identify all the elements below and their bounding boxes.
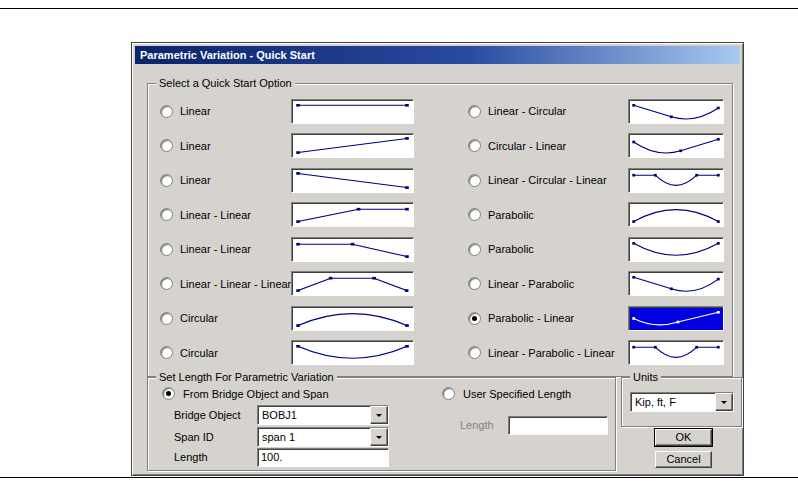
quick-start-option: Circular - Linear [468, 129, 724, 164]
option-label: Linear - Circular - Linear [488, 174, 607, 186]
quick-start-option: Circular [160, 301, 414, 336]
option-label: Linear - Linear [180, 209, 251, 221]
span-id-value: span 1 [258, 431, 370, 443]
quick-start-option: Linear - Linear - Linear [160, 267, 414, 302]
ok-button[interactable]: OK [655, 429, 712, 446]
from-bridge-radio[interactable] [162, 387, 175, 400]
quick-start-option: Linear - Linear [160, 198, 414, 233]
option-label: Linear - Circular [488, 105, 566, 117]
curve-preview-thumbnail[interactable] [628, 237, 724, 262]
option-radio[interactable] [468, 174, 481, 187]
quick-start-option: Linear - Parabolic [468, 267, 724, 302]
option-radio[interactable] [468, 312, 481, 325]
option-radio[interactable] [468, 277, 481, 290]
quick-start-right-column: Linear - CircularCircular - LinearLinear… [468, 94, 724, 370]
span-id-label: Span ID [174, 431, 214, 443]
option-label: Circular [180, 347, 218, 359]
from-bridge-radio-label: From Bridge Object and Span [183, 388, 329, 400]
chevron-down-icon[interactable] [370, 406, 388, 424]
option-label: Linear [180, 105, 211, 117]
quick-start-group-label: Select a Quick Start Option [156, 77, 295, 89]
units-group-label: Units [630, 371, 661, 383]
quick-start-option: Linear - Circular [468, 94, 724, 129]
option-label: Parabolic [488, 243, 534, 255]
option-radio[interactable] [160, 208, 173, 221]
quick-start-option: Linear - Parabolic - Linear [468, 336, 724, 371]
quick-start-option: Linear - Circular - Linear [468, 163, 724, 198]
units-value: Kip, ft, F [631, 396, 715, 408]
quick-start-option: Linear [160, 94, 414, 129]
curve-preview-thumbnail[interactable] [291, 168, 414, 193]
option-label: Linear [180, 174, 211, 186]
curve-preview-thumbnail[interactable] [291, 133, 414, 158]
option-label: Linear - Parabolic [488, 278, 574, 290]
quick-start-option: Parabolic [468, 198, 724, 233]
window-titlebar[interactable]: Parametric Variation - Quick Start [135, 46, 740, 64]
option-radio[interactable] [160, 174, 173, 187]
curve-preview-thumbnail[interactable] [291, 340, 414, 365]
quick-start-option: Parabolic [468, 232, 724, 267]
curve-preview-thumbnail[interactable] [628, 133, 724, 158]
chevron-down-icon[interactable] [370, 428, 388, 446]
quick-start-group: Select a Quick Start Option LinearLinear… [147, 83, 733, 377]
units-select[interactable]: Kip, ft, F [630, 392, 734, 412]
from-bridge-radio-row: From Bridge Object and Span [162, 387, 329, 400]
curve-preview-thumbnail[interactable] [628, 202, 724, 227]
curve-preview-thumbnail[interactable] [291, 271, 414, 296]
page-rule-bottom [0, 477, 798, 478]
page-rule-top [0, 8, 798, 9]
length-label: Length [174, 451, 208, 463]
option-radio[interactable] [468, 243, 481, 256]
bridge-object-value: BOBJ1 [258, 409, 370, 421]
option-radio[interactable] [160, 243, 173, 256]
user-specified-radio-row: User Specified Length [442, 387, 571, 400]
quick-start-option: Linear [160, 163, 414, 198]
length-field[interactable]: 100. [257, 448, 389, 467]
option-radio[interactable] [160, 277, 173, 290]
curve-preview-thumbnail[interactable] [291, 202, 414, 227]
quick-start-option: Linear [160, 129, 414, 164]
option-label: Linear - Linear [180, 243, 251, 255]
user-specified-radio-label: User Specified Length [463, 388, 571, 400]
option-radio[interactable] [468, 105, 481, 118]
option-label: Linear - Parabolic - Linear [488, 347, 615, 359]
quick-start-option: Parabolic - Linear [468, 301, 724, 336]
chevron-down-icon[interactable] [715, 393, 733, 411]
curve-preview-thumbnail[interactable] [628, 99, 724, 124]
bridge-object-select[interactable]: BOBJ1 [257, 405, 389, 425]
option-radio[interactable] [160, 312, 173, 325]
option-label: Parabolic - Linear [488, 312, 574, 324]
option-label: Linear [180, 140, 211, 152]
curve-preview-thumbnail[interactable] [628, 168, 724, 193]
curve-preview-thumbnail[interactable] [291, 237, 414, 262]
curve-preview-thumbnail[interactable] [628, 340, 724, 365]
curve-preview-thumbnail[interactable] [628, 306, 724, 331]
option-radio[interactable] [160, 105, 173, 118]
quick-start-left-column: LinearLinearLinearLinear - LinearLinear … [160, 94, 414, 370]
curve-preview-thumbnail[interactable] [628, 271, 724, 296]
units-group: Units Kip, ft, F [621, 377, 742, 427]
option-label: Circular - Linear [488, 140, 566, 152]
user-length-field [508, 416, 608, 435]
option-label: Circular [180, 312, 218, 324]
span-id-select[interactable]: span 1 [257, 427, 389, 447]
user-specified-radio[interactable] [442, 387, 455, 400]
curve-preview-thumbnail[interactable] [291, 306, 414, 331]
quick-start-option: Linear - Linear [160, 232, 414, 267]
window-title: Parametric Variation - Quick Start [140, 49, 315, 61]
curve-preview-thumbnail[interactable] [291, 99, 414, 124]
length-group-label: Set Length For Parametric Variation [156, 371, 337, 383]
quick-start-option: Circular [160, 336, 414, 371]
option-radio[interactable] [468, 208, 481, 221]
length-group: Set Length For Parametric Variation From… [147, 377, 616, 471]
option-label: Parabolic [488, 209, 534, 221]
option-radio[interactable] [160, 139, 173, 152]
option-radio[interactable] [160, 346, 173, 359]
option-radio[interactable] [468, 139, 481, 152]
option-radio[interactable] [468, 346, 481, 359]
option-label: Linear - Linear - Linear [180, 278, 291, 290]
parametric-variation-dialog: Parametric Variation - Quick Start Selec… [131, 42, 744, 476]
cancel-button[interactable]: Cancel [655, 451, 712, 468]
user-length-label: Length [460, 419, 494, 431]
bridge-object-label: Bridge Object [174, 409, 241, 421]
